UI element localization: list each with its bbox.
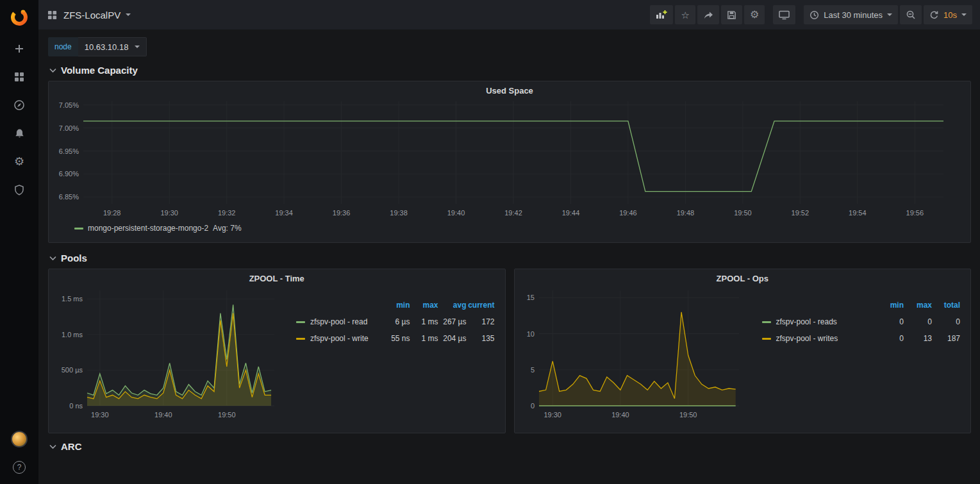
refresh-button[interactable]: 10s (924, 5, 972, 24)
legend-header-cell: total (932, 301, 960, 310)
legend-value-cell: 187 (932, 334, 960, 343)
template-variables: node 10.63.10.18 (48, 37, 971, 56)
gear-icon: ⚙ (750, 10, 759, 20)
section-title: ARC (61, 441, 82, 452)
section-arc[interactable]: ARC (49, 441, 971, 452)
legend-series-row[interactable]: zfspv-pool - write55 ns1 ms204 µs135 (296, 330, 495, 347)
dashboard-title-dropdown[interactable]: ZFS-LocalPV (63, 10, 131, 21)
svg-text:19:50: 19:50 (734, 209, 752, 217)
used-space-panel-title[interactable]: Used Space (54, 81, 965, 96)
svg-text:19:54: 19:54 (849, 209, 867, 217)
dashboard-grid-icon (47, 10, 57, 20)
svg-text:19:34: 19:34 (275, 209, 293, 217)
used-space-legend[interactable]: mongo-persistent-storage-mongo-2 Avg: 7% (74, 224, 965, 233)
legend-value-cell: 172 (467, 317, 495, 326)
series-color-dash (762, 321, 771, 323)
zpool-ops-chart: 05101519:3019:4019:50 (520, 284, 745, 421)
legend-series-label[interactable]: zfspv-pool - read (296, 317, 382, 326)
zoom-out-button[interactable] (900, 5, 922, 24)
dashboard-content: node 10.63.10.18 Volume Capacity Used Sp… (38, 29, 980, 484)
zpool-time-panel-title[interactable]: ZPOOL - Time (54, 269, 500, 284)
svg-text:19:52: 19:52 (792, 209, 810, 217)
legend-series-label[interactable]: zfspv-pool - write (296, 334, 382, 343)
star-button[interactable]: ☆ (675, 5, 695, 24)
legend-series-row[interactable]: zfspv-pool - read6 µs1 ms267 µs172 (296, 313, 495, 330)
svg-text:19:30: 19:30 (544, 411, 561, 419)
svg-text:19:44: 19:44 (562, 209, 580, 217)
node-variable-label: node (48, 37, 78, 56)
zpool-ops-panel-title[interactable]: ZPOOL - Ops (520, 269, 966, 284)
legend-header-cell: min (382, 301, 410, 310)
tv-mode-button[interactable] (773, 5, 795, 24)
legend-header-cell: min (876, 301, 904, 310)
used-space-chart: 6.85%6.90%6.95%7.00%7.05%19:2819:3019:32… (54, 96, 965, 219)
legend-value-cell: 0 (876, 334, 904, 343)
question-mark-icon: ? (13, 461, 26, 474)
star-icon: ☆ (681, 10, 689, 20)
section-volume-capacity[interactable]: Volume Capacity (49, 65, 971, 76)
svg-text:6.85%: 6.85% (59, 193, 79, 201)
used-space-legend-dash (74, 228, 83, 229)
legend-value-cell: 0 (904, 317, 932, 326)
node-variable-dropdown[interactable]: 10.63.10.18 (78, 37, 147, 56)
add-panel-button[interactable] (650, 5, 673, 24)
main-area: ZFS-LocalPV ☆ (38, 0, 980, 484)
legend-series-label[interactable]: zfspv-pool - reads (762, 317, 876, 326)
svg-text:0 ns: 0 ns (69, 402, 83, 410)
used-space-legend-label: mongo-persistent-storage-mongo-2 (88, 224, 208, 233)
save-button[interactable] (721, 5, 742, 24)
create-icon[interactable] (0, 35, 38, 63)
section-title: Volume Capacity (61, 65, 138, 76)
caret-down-icon (887, 13, 892, 16)
legend-series-row[interactable]: zfspv-pool - writes013187 (762, 330, 961, 347)
node-variable-value: 10.63.10.18 (85, 42, 129, 52)
legend-value-cell: 1 ms (410, 334, 438, 343)
refresh-interval-label: 10s (943, 10, 957, 20)
zpool-time-body: 0 ns500 µs1.0 ms1.5 ms19:3019:4019:50 mi… (54, 284, 500, 421)
section-pools[interactable]: Pools (49, 253, 971, 263)
zpool-ops-panel: ZPOOL - Ops 05101519:3019:4019:50 minmax… (514, 269, 972, 433)
series-color-dash (296, 321, 305, 323)
legend-series-row[interactable]: zfspv-pool - reads000 (762, 313, 961, 330)
dashboard-settings-button[interactable]: ⚙ (744, 5, 765, 24)
section-title: Pools (61, 253, 87, 263)
grafana-logo[interactable] (0, 0, 38, 35)
explore-icon[interactable] (0, 91, 38, 119)
svg-text:6.90%: 6.90% (59, 170, 79, 178)
caret-down-icon (135, 46, 140, 48)
settings-gear-icon[interactable]: ⚙ (0, 147, 38, 176)
topbar-actions: ☆ ⚙ Last 30 minutes (650, 5, 972, 24)
add-panel-icon (656, 10, 667, 20)
legend-header-cell: current (467, 301, 495, 310)
zoom-out-icon (906, 10, 916, 20)
dashboards-icon[interactable] (0, 63, 38, 91)
shield-icon[interactable] (0, 176, 38, 204)
share-button[interactable] (697, 5, 719, 24)
topbar: ZFS-LocalPV ☆ (38, 0, 980, 29)
zpool-ops-body: 05101519:3019:4019:50 minmaxtotalzfspv-p… (520, 284, 966, 421)
gear-glyph: ⚙ (14, 156, 24, 167)
svg-text:19:30: 19:30 (91, 411, 109, 419)
svg-text:19:40: 19:40 (447, 209, 465, 217)
time-range-picker[interactable]: Last 30 minutes (804, 5, 898, 24)
svg-text:5: 5 (530, 366, 534, 374)
legend-header-row: minmaxtotal (762, 297, 961, 313)
svg-text:1.0 ms: 1.0 ms (62, 331, 83, 338)
svg-text:19:30: 19:30 (160, 209, 178, 217)
used-space-panel: Used Space 6.85%6.90%6.95%7.00%7.05%19:2… (48, 81, 971, 243)
help-icon[interactable]: ? (0, 453, 38, 481)
pools-panel-row: ZPOOL - Time 0 ns500 µs1.0 ms1.5 ms19:30… (48, 269, 971, 433)
svg-text:19:28: 19:28 (103, 209, 121, 217)
zpool-time-legend-table: minmaxavgcurrentzfspv-pool - read6 µs1 m… (296, 297, 495, 421)
alerting-bell-icon[interactable] (0, 119, 38, 147)
legend-series-label[interactable]: zfspv-pool - writes (762, 334, 876, 343)
chevron-down-icon (49, 256, 56, 261)
svg-text:7.00%: 7.00% (59, 124, 79, 132)
dashboard-action-buttons: ☆ ⚙ (650, 5, 765, 24)
legend-value-cell: 6 µs (382, 317, 410, 326)
svg-text:15: 15 (526, 294, 534, 301)
legend-value-cell: 267 µs (438, 317, 467, 326)
legend-value-cell: 13 (904, 334, 932, 343)
user-avatar[interactable] (0, 425, 38, 453)
svg-text:19:32: 19:32 (218, 209, 236, 217)
